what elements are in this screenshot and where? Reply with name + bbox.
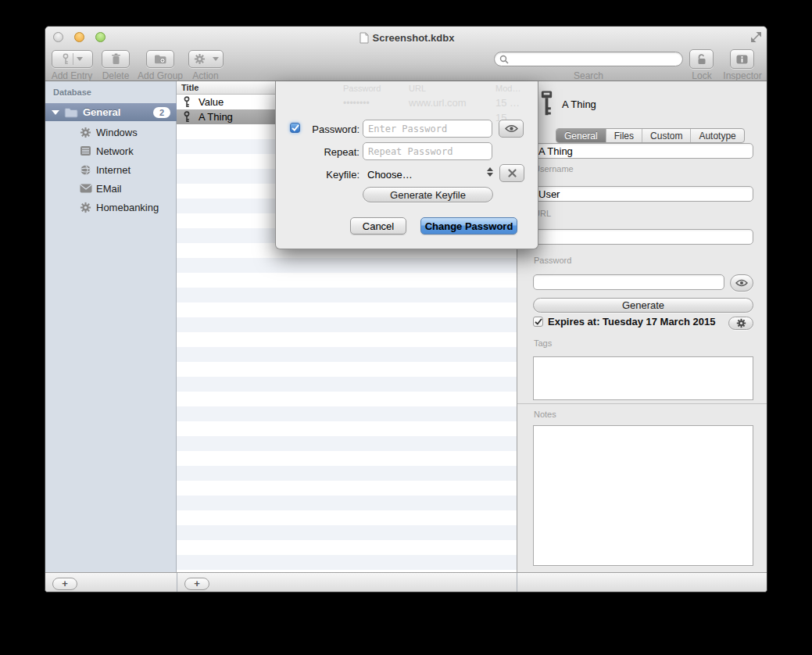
add-group-button[interactable] (146, 50, 174, 68)
inspector-entry-title: A Thing (562, 98, 596, 110)
action-label: Action (192, 70, 218, 81)
username-field[interactable] (533, 186, 753, 202)
sidebar-group-label: General (83, 106, 153, 118)
password-field[interactable] (533, 274, 724, 290)
expires-label: Expires at: Tuesday 17 March 2015 (548, 316, 715, 328)
globe-icon (79, 163, 92, 177)
trash-icon (111, 53, 121, 65)
ghost-password-header: Password (343, 84, 381, 93)
ghost-password-dots: •••••••• (343, 98, 370, 109)
lock-button[interactable] (689, 49, 714, 69)
url-field[interactable] (533, 229, 753, 245)
ghost-url-header: URL (409, 84, 426, 93)
unlock-icon (696, 53, 707, 66)
expires-row: Expires at: Tuesday 17 March 2015 (533, 316, 715, 328)
search-field[interactable] (494, 52, 683, 66)
new-password-input[interactable] (363, 120, 492, 138)
show-password-button[interactable] (730, 274, 753, 292)
delete-button[interactable] (102, 50, 130, 68)
password-label: Password (534, 256, 571, 265)
repeat-password-input[interactable] (363, 142, 492, 160)
keyfile-popup[interactable]: Choose… (367, 169, 413, 181)
window-title-group: Screenshot.kdbx (45, 31, 767, 45)
key-icon (539, 89, 554, 117)
info-icon (736, 55, 748, 64)
sidebar-item-label: Homebanking (96, 202, 159, 213)
inspector-label: Inspector (723, 70, 761, 81)
gear-icon (736, 318, 746, 328)
divider (517, 573, 517, 592)
sidebar-item-label: Network (96, 145, 134, 157)
stepper-icon[interactable] (487, 167, 493, 177)
key-icon (183, 111, 191, 123)
cancel-label: Cancel (363, 220, 394, 232)
fullscreen-icon[interactable] (750, 31, 762, 43)
add-entry-plus-button[interactable]: + (184, 578, 209, 590)
add-entry-label: Add Entry (52, 70, 93, 81)
change-password-label: Change Password (425, 220, 513, 232)
envelope-icon (79, 182, 92, 195)
tab-autotype[interactable]: Autotype (691, 129, 743, 142)
expires-settings-button[interactable] (728, 317, 753, 330)
chevron-down-icon (213, 57, 219, 61)
sidebar-item-internet[interactable]: Internet (45, 160, 177, 179)
keyfile-label: Keyfile: (291, 169, 359, 181)
search-input[interactable] (509, 53, 682, 65)
add-entry-button[interactable] (52, 50, 93, 68)
clear-keyfile-button[interactable] (499, 164, 524, 182)
spacer (209, 53, 209, 65)
close-icon (508, 169, 517, 177)
document-icon (359, 32, 369, 44)
ghost-mod-header: Mod… (495, 84, 520, 93)
generate-password-button[interactable]: Generate (533, 298, 753, 313)
eye-icon (505, 124, 518, 133)
lock-label: Lock (692, 70, 711, 81)
sidebar-item-windows[interactable]: Windows (45, 123, 177, 141)
repeat-label: Repeat: (291, 146, 359, 158)
app-window: Screenshot.kdbx Add Entry Delete Add Gro… (45, 26, 767, 592)
sidebar-section-header: Database (53, 88, 91, 97)
window-title: Screenshot.kdbx (373, 32, 455, 44)
inspector-panel: A Thing General Files Custom Autotype Us… (517, 81, 767, 572)
folder-plus-icon (154, 54, 166, 64)
chevron-down-icon (77, 57, 83, 61)
ghost-mod-value: 15 … (495, 97, 520, 109)
action-button[interactable] (188, 50, 224, 68)
change-password-sheet: Password URL Mod… •••••••• www.url.com 1… (275, 81, 538, 249)
sidebar-item-label: Windows (96, 127, 138, 138)
cancel-button[interactable]: Cancel (350, 217, 406, 234)
sidebar-item-label: EMail (96, 183, 122, 195)
sidebar-item-label: Internet (96, 164, 131, 176)
sidebar-group-general[interactable]: General 2 (45, 103, 177, 121)
column-header-title[interactable]: Title (181, 83, 199, 92)
notes-label: Notes (534, 410, 556, 419)
key-icon (62, 53, 70, 65)
section-divider (517, 403, 767, 404)
divider (177, 573, 177, 592)
gear-icon (79, 126, 92, 139)
split-divider (73, 53, 73, 65)
expires-checkbox[interactable] (533, 317, 543, 327)
show-password-button[interactable] (499, 120, 524, 138)
tab-custom[interactable]: Custom (642, 129, 691, 142)
generate-keyfile-button[interactable]: Generate Keyfile (363, 187, 493, 202)
inspector-button[interactable] (730, 49, 754, 69)
tags-textarea[interactable] (533, 356, 753, 400)
change-password-button[interactable]: Change Password (420, 217, 517, 234)
title-field[interactable] (533, 143, 753, 159)
notes-textarea[interactable] (533, 425, 753, 566)
gear-icon (79, 201, 92, 214)
check-icon (535, 318, 542, 325)
sidebar-item-email[interactable]: EMail (45, 179, 177, 198)
eye-icon (735, 279, 748, 287)
username-label: Username (534, 164, 574, 174)
sidebar-item-homebanking[interactable]: Homebanking (45, 198, 177, 217)
disclosure-triangle-icon[interactable] (52, 110, 59, 115)
search-label: Search (574, 70, 603, 81)
tab-general[interactable]: General (556, 129, 606, 142)
delete-label: Delete (102, 70, 130, 81)
sidebar-item-network[interactable]: Network (45, 141, 177, 160)
tab-files[interactable]: Files (606, 129, 642, 142)
add-group-plus-button[interactable]: + (52, 578, 77, 590)
ghost-url-value: www.url.com (409, 97, 467, 109)
